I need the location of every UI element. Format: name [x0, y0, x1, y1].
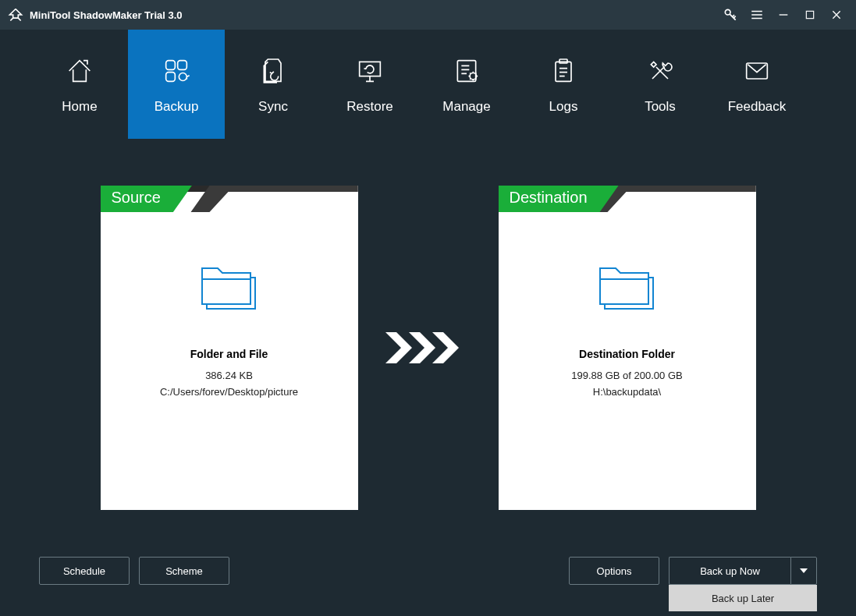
nav-logs[interactable]: Logs [515, 30, 612, 139]
source-title: Folder and File [190, 348, 268, 360]
main-nav: Home Backup Sync Restore Manage Logs T [0, 30, 856, 139]
nav-label: Backup [155, 99, 199, 115]
sync-icon [256, 54, 290, 88]
svg-rect-2 [166, 61, 176, 70]
svg-rect-4 [166, 73, 176, 82]
svg-marker-14 [800, 568, 808, 573]
nav-restore[interactable]: Restore [321, 30, 418, 139]
footer: Schedule Scheme Options Back up Now Back… [0, 555, 856, 586]
minimize-icon[interactable] [770, 0, 797, 30]
close-icon[interactable] [823, 0, 850, 30]
destination-tab-label: Destination [499, 186, 619, 212]
nav-label: Tools [645, 99, 676, 115]
svg-marker-12 [409, 332, 435, 363]
arrow-icon [382, 186, 475, 510]
app-title: MiniTool ShadowMaker Trial 3.0 [30, 9, 183, 21]
nav-sync[interactable]: Sync [225, 30, 321, 139]
nav-home[interactable]: Home [31, 30, 128, 139]
svg-rect-5 [360, 62, 381, 76]
nav-feedback[interactable]: Feedback [709, 30, 805, 139]
source-path: C:/Users/forev/Desktop/picture [160, 386, 298, 398]
folder-icon [196, 259, 263, 317]
nav-label: Feedback [728, 99, 787, 115]
source-card[interactable]: Source Folder and File 386.24 KB C:/User… [101, 186, 358, 510]
backup-icon [159, 54, 194, 88]
svg-marker-13 [432, 332, 459, 363]
svg-point-0 [725, 9, 730, 15]
destination-size: 199.88 GB of 200.00 GB [571, 370, 682, 381]
nav-backup[interactable]: Backup [128, 30, 225, 139]
source-size: 386.24 KB [205, 370, 253, 381]
home-icon [62, 54, 97, 88]
svg-marker-11 [385, 332, 412, 363]
app-logo-icon [8, 7, 23, 23]
main-area: Source Folder and File 386.24 KB C:/User… [0, 139, 856, 510]
maximize-icon[interactable] [797, 0, 823, 30]
destination-card[interactable]: Destination Destination Folder 199.88 GB… [499, 186, 756, 510]
nav-tools[interactable]: Tools [612, 30, 709, 139]
nav-label: Restore [346, 99, 393, 115]
svg-rect-1 [806, 11, 813, 18]
options-button[interactable]: Options [569, 557, 659, 585]
svg-rect-8 [556, 62, 571, 81]
nav-label: Manage [442, 99, 490, 115]
scheme-button[interactable]: Scheme [139, 557, 229, 585]
nav-label: Home [62, 99, 97, 115]
key-icon[interactable] [717, 0, 744, 30]
titlebar: MiniTool ShadowMaker Trial 3.0 [0, 0, 856, 30]
source-tab-label: Source [101, 186, 192, 212]
restore-icon [353, 54, 387, 88]
nav-manage[interactable]: Manage [418, 30, 515, 139]
backup-later-item[interactable]: Back up Later [669, 585, 817, 611]
backup-now-button[interactable]: Back up Now [669, 557, 790, 585]
backup-dropdown-toggle[interactable] [790, 557, 817, 585]
nav-label: Sync [258, 99, 288, 115]
svg-rect-6 [457, 61, 475, 82]
manage-icon [449, 54, 484, 88]
logs-icon [546, 54, 581, 88]
backup-split-button: Back up Now Back up Later [669, 557, 817, 585]
destination-path: H:\backupdata\ [593, 386, 661, 398]
destination-title: Destination Folder [579, 348, 675, 360]
nav-label: Logs [549, 99, 578, 115]
folder-icon [594, 259, 661, 317]
svg-rect-3 [178, 61, 187, 70]
menu-icon[interactable] [744, 0, 770, 30]
schedule-button[interactable]: Schedule [39, 557, 130, 585]
tools-icon [643, 54, 677, 88]
feedback-icon [740, 54, 774, 88]
